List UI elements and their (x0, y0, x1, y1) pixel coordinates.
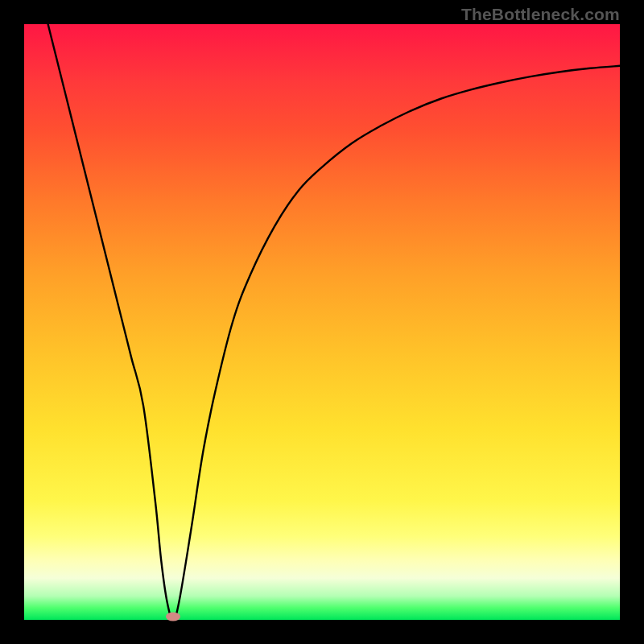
plot-area (24, 24, 620, 620)
curve-layer (24, 24, 620, 620)
chart-frame: TheBottleneck.com (0, 0, 644, 644)
watermark-text: TheBottleneck.com (461, 5, 620, 24)
optimal-point-marker (166, 613, 180, 621)
bottleneck-curve (48, 24, 620, 620)
